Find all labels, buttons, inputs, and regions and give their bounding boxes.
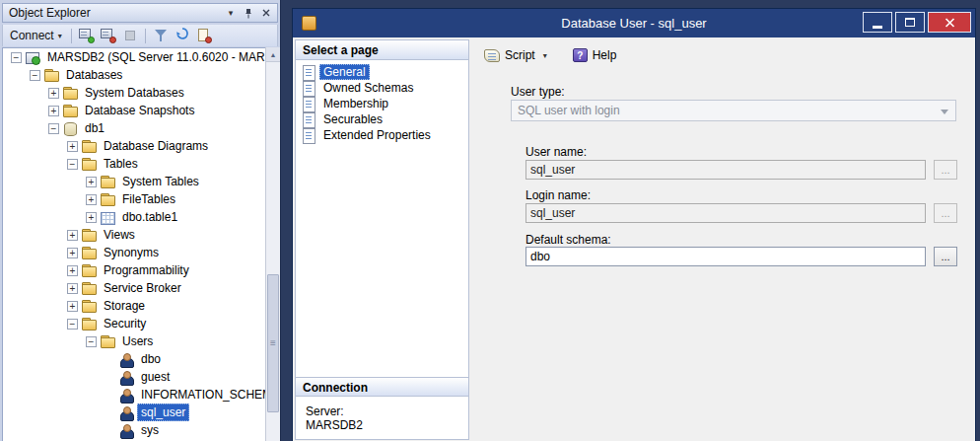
tree-item[interactable]: sql_user bbox=[3, 404, 266, 421]
tree-item-label: MARSDB2 (SQL Server 11.0.6020 - MARSD bbox=[43, 48, 266, 66]
tree-item[interactable]: guest bbox=[3, 368, 266, 386]
indent-spacer bbox=[105, 412, 118, 413]
scroll-up-icon[interactable]: ▲ bbox=[266, 47, 280, 62]
tree-item[interactable]: +System Databases bbox=[3, 84, 266, 102]
expand-toggle-icon[interactable]: − bbox=[11, 52, 22, 63]
window-controls bbox=[863, 12, 971, 33]
tree-item[interactable]: +Programmability bbox=[3, 261, 266, 279]
page-item-membership[interactable]: Membership bbox=[296, 96, 468, 111]
tree-item-label: Programmability bbox=[100, 261, 193, 279]
tree-item[interactable]: dbo bbox=[3, 350, 266, 368]
expand-toggle-icon[interactable]: + bbox=[86, 212, 97, 223]
tree-item[interactable]: +Service Broker bbox=[3, 279, 266, 297]
help-button[interactable]: ? Help bbox=[568, 45, 622, 65]
tree-item[interactable]: −db1 bbox=[3, 119, 266, 137]
script-dropdown-icon[interactable]: ▾ bbox=[543, 51, 547, 60]
default-schema-browse-button[interactable]: ... bbox=[934, 247, 957, 266]
page-item-owned-schemas[interactable]: Owned Schemas bbox=[296, 80, 468, 96]
folder-icon bbox=[81, 281, 98, 296]
tree-item[interactable]: INFORMATION_SCHEMA bbox=[3, 386, 266, 404]
tree-item[interactable]: +Storage bbox=[3, 297, 266, 315]
tree-item[interactable]: +Views bbox=[3, 226, 266, 244]
dialog-main: Script ▾ ? Help User type: SQL user with… bbox=[471, 39, 974, 441]
indent-spacer bbox=[105, 377, 118, 378]
user-type-label: User type: bbox=[511, 85, 565, 99]
folder-icon bbox=[81, 317, 98, 331]
tree-item-label: Security bbox=[100, 315, 150, 332]
expand-toggle-icon[interactable]: + bbox=[67, 230, 78, 241]
auto-hide-pin-icon[interactable] bbox=[240, 5, 257, 21]
tree-item[interactable]: +System Tables bbox=[3, 173, 266, 190]
tree-item[interactable]: sys bbox=[3, 421, 266, 439]
expand-toggle-icon[interactable]: + bbox=[67, 141, 78, 152]
expand-toggle-icon[interactable]: + bbox=[67, 301, 78, 312]
user-icon bbox=[118, 388, 135, 403]
user-type-select[interactable]: SQL user with login bbox=[511, 100, 956, 121]
default-schema-input[interactable] bbox=[525, 247, 926, 266]
refresh-icon bbox=[173, 26, 192, 45]
user-name-browse-button[interactable]: ... bbox=[934, 160, 957, 180]
folder-icon bbox=[81, 263, 98, 278]
folder-icon bbox=[81, 299, 98, 314]
user-icon bbox=[118, 370, 135, 385]
close-panel-icon[interactable] bbox=[257, 5, 275, 21]
tree-scrollbar[interactable]: ▲ ≡ bbox=[265, 47, 280, 441]
script-button[interactable]: Script ▾ bbox=[479, 45, 552, 65]
expand-toggle-icon[interactable]: + bbox=[67, 265, 78, 276]
expand-toggle-icon[interactable]: + bbox=[48, 106, 59, 116]
expand-toggle-icon[interactable]: + bbox=[48, 88, 59, 99]
page-item-securables[interactable]: Securables bbox=[296, 111, 468, 127]
folder-icon bbox=[100, 175, 116, 189]
expand-toggle-icon[interactable]: − bbox=[86, 336, 97, 347]
reports-button[interactable] bbox=[194, 26, 214, 45]
expand-toggle-icon[interactable]: + bbox=[86, 177, 97, 187]
help-icon: ? bbox=[573, 48, 588, 62]
page-item-extended-properties[interactable]: Extended Properties bbox=[296, 127, 468, 143]
tree-item[interactable]: −Tables bbox=[3, 155, 266, 173]
connect-dropdown-icon: ▾ bbox=[58, 32, 62, 40]
page-item-general[interactable]: General bbox=[296, 64, 468, 80]
tree-item[interactable]: +FileTables bbox=[3, 190, 266, 208]
login-name-browse-button[interactable]: ... bbox=[934, 203, 957, 223]
disconnect-button[interactable] bbox=[99, 26, 118, 45]
object-explorer-titlebar[interactable]: Object Explorer ▾ bbox=[2, 3, 278, 23]
expand-toggle-icon[interactable]: − bbox=[30, 70, 40, 81]
user-icon bbox=[118, 405, 135, 420]
connect-object-button[interactable] bbox=[77, 26, 97, 45]
tree-item-label: Storage bbox=[100, 297, 149, 315]
tree-item[interactable]: +Synonyms bbox=[3, 244, 266, 261]
tree-item[interactable]: +Database Snapshots bbox=[3, 102, 266, 119]
tree-item[interactable]: +Database Diagrams bbox=[3, 137, 266, 155]
tree-item[interactable]: +dbo.table1 bbox=[3, 208, 266, 226]
dialog-titlebar[interactable]: Database User - sql_user bbox=[293, 9, 975, 37]
refresh-button[interactable] bbox=[173, 26, 192, 45]
tree-item[interactable]: −Databases bbox=[3, 66, 266, 84]
connect-button[interactable]: Connect ▾ bbox=[6, 27, 66, 44]
scrollbar-thumb[interactable]: ≡ bbox=[267, 274, 279, 412]
close-button[interactable] bbox=[928, 12, 971, 33]
user-name-input[interactable] bbox=[525, 160, 926, 180]
minimize-button[interactable] bbox=[863, 12, 892, 33]
script-icon bbox=[484, 49, 500, 62]
window-position-chevron-icon[interactable]: ▾ bbox=[222, 5, 240, 21]
expand-toggle-icon[interactable]: + bbox=[67, 248, 78, 258]
tree-item[interactable]: −Security bbox=[3, 315, 266, 332]
tree-item[interactable]: −Users bbox=[3, 332, 266, 350]
expand-toggle-icon[interactable]: − bbox=[48, 123, 59, 134]
combo-chevron-down-icon bbox=[941, 110, 948, 114]
toolbar-separator bbox=[145, 29, 146, 43]
tree-item-label: Database Snapshots bbox=[81, 102, 198, 119]
stop-button[interactable] bbox=[120, 26, 140, 45]
page-icon bbox=[301, 97, 317, 111]
tree-item[interactable]: −MARSDB2 (SQL Server 11.0.6020 - MARSD bbox=[3, 48, 266, 66]
login-name-input[interactable] bbox=[525, 203, 926, 223]
expand-toggle-icon[interactable]: + bbox=[86, 194, 97, 205]
tree-item-label: db1 bbox=[81, 119, 108, 137]
maximize-button[interactable] bbox=[895, 12, 925, 33]
expand-toggle-icon[interactable]: + bbox=[67, 283, 78, 294]
expand-toggle-icon[interactable]: − bbox=[67, 159, 78, 170]
filter-button[interactable] bbox=[151, 26, 171, 45]
connect-object-icon bbox=[77, 26, 97, 45]
folder-icon bbox=[81, 228, 98, 243]
expand-toggle-icon[interactable]: − bbox=[67, 319, 78, 330]
